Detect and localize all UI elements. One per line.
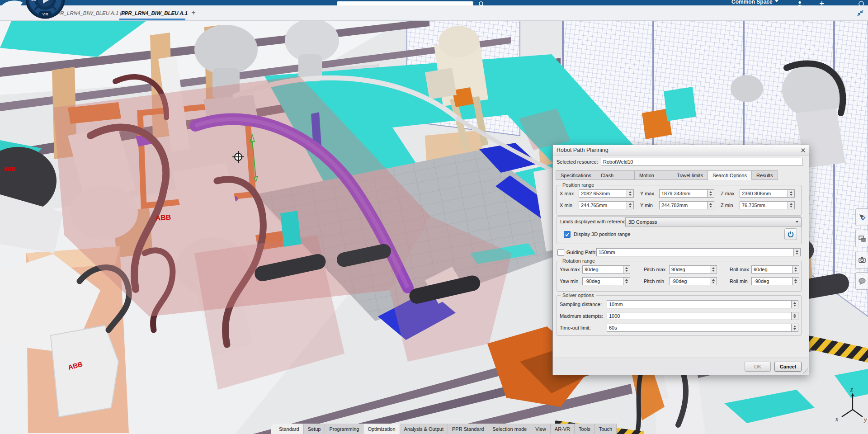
3ds-logo [1, 0, 25, 5]
robot-path-planning-dialog: Robot Path Planning Selected resource: S… [552, 145, 809, 375]
ribbon-tab-view[interactable]: View [531, 424, 551, 434]
resize-grip[interactable] [802, 368, 808, 374]
close-icon[interactable] [799, 147, 807, 154]
pitch-max-spinner[interactable] [710, 265, 717, 274]
guiding-path-input[interactable] [596, 248, 794, 256]
tab-specifications[interactable]: Specifications [556, 170, 596, 180]
active-tab-underline [119, 19, 185, 20]
yaw-max-input[interactable] [582, 265, 623, 274]
timeout-limit-spinner[interactable] [792, 324, 798, 332]
z-min-spinner[interactable] [788, 201, 795, 209]
z-max-input[interactable] [740, 189, 788, 198]
display-3d-checkbox[interactable] [564, 231, 571, 238]
space-selector[interactable]: Common Space [731, 0, 778, 5]
x-max-label: X max [560, 191, 574, 196]
new-tab-button[interactable]: + [189, 8, 198, 18]
ribbon-tab-ppr-standard[interactable]: PPR Standard [448, 424, 488, 434]
roll-min-input[interactable] [751, 277, 793, 285]
maximum-attempts-spinner[interactable] [792, 312, 798, 320]
dialog-title: Robot Path Planning [557, 147, 609, 153]
ribbon-tab-programming[interactable]: Programming [325, 424, 363, 434]
power-icon [787, 231, 794, 238]
avatar[interactable] [858, 1, 864, 5]
z-max-label: Z max [721, 191, 735, 196]
snap-view-tool[interactable] [855, 230, 868, 247]
pitch-min-input[interactable] [669, 277, 710, 285]
ribbon-tab-ar-vr[interactable]: AR-VR [551, 424, 575, 434]
z-min-input[interactable] [740, 201, 788, 209]
tab-clash[interactable]: Clash [596, 170, 635, 180]
doc-tab-label: PPR_LRN4_BIW_BLEU A.1 [121, 10, 188, 16]
search-input[interactable] [337, 1, 473, 5]
tab-search-options[interactable]: Search Options [708, 170, 752, 180]
ribbon-tab-analysis-output[interactable]: Analysis & Output [400, 424, 448, 434]
x-min-spinner[interactable] [627, 201, 634, 209]
y-max-spinner[interactable] [708, 189, 714, 198]
limits-reference-select[interactable]: 3D Compass [625, 217, 802, 226]
guiding-path-checkbox[interactable] [557, 249, 564, 256]
axis-y-label: y [863, 416, 867, 423]
cancel-button[interactable]: Cancel [774, 362, 802, 372]
z-max-spinner[interactable] [788, 189, 795, 198]
limits-reference-value: 3D Compass [628, 219, 657, 225]
search-icon[interactable] [478, 1, 485, 5]
yaw-max-spinner[interactable] [623, 265, 630, 274]
ribbon-tab-setup[interactable]: Setup [304, 424, 326, 434]
camera-icon [858, 256, 866, 264]
power-toggle-button[interactable] [784, 228, 797, 240]
x-min-label: X min [560, 203, 572, 208]
position-range-group: Position range X max X min Y max Y min Z… [557, 185, 802, 216]
ribbon-tab-optimization[interactable]: Optimization [363, 424, 400, 434]
space-selector-label: Common Space [731, 0, 773, 5]
tab-motion[interactable]: Motion [635, 170, 672, 180]
z-min-label: Z min [721, 203, 733, 208]
pitch-max-input[interactable] [669, 265, 710, 274]
ok-button[interactable]: OK [745, 362, 771, 372]
ribbon-tab-selection-mode[interactable]: Selection mode [488, 424, 531, 434]
tab-results[interactable]: Results [752, 170, 778, 180]
compass-3d-label: 3D [31, 0, 37, 2]
compass-vr-label: V.R [42, 12, 48, 16]
speech-bubble-icon [858, 277, 866, 285]
add-icon[interactable] [819, 1, 825, 5]
roll-max-input[interactable] [751, 265, 793, 274]
roll-max-spinner[interactable] [793, 265, 799, 274]
sampling-distance-spinner[interactable] [792, 300, 798, 308]
ribbon-tab-standard[interactable]: Standard [275, 424, 304, 434]
x-max-spinner[interactable] [627, 189, 634, 198]
roll-min-spinner[interactable] [793, 277, 799, 285]
sampling-distance-input[interactable] [607, 300, 792, 308]
x-max-input[interactable] [579, 189, 627, 198]
sampling-distance-label: Sampling distance: [560, 302, 602, 307]
yaw-min-input[interactable] [582, 277, 623, 285]
yaw-min-spinner[interactable] [623, 277, 630, 285]
selected-resource-label: Selected resource: [557, 159, 598, 165]
chevron-down-icon [775, 0, 778, 4]
application-window: { "colors": { "topbar_blue": "#16568c", … [0, 0, 868, 434]
tab-travel-limits[interactable]: Travel limits [672, 170, 708, 180]
guiding-path-label: Guiding Path: [566, 250, 597, 255]
pitch-min-spinner[interactable] [710, 277, 717, 285]
y-min-spinner[interactable] [708, 201, 714, 209]
selected-resource-input[interactable] [601, 158, 802, 166]
3d-compass-widget[interactable]: 3D V.R [25, 0, 65, 19]
timeout-limit-input[interactable] [607, 324, 792, 332]
axis-z-label: z [850, 386, 853, 393]
position-range-legend: Position range [561, 182, 596, 188]
workbench-tab-bar: Standard Setup Programming Optimization … [275, 424, 617, 434]
y-min-input[interactable] [659, 201, 708, 209]
dialog-tab-bar: Specifications Clash Motion Travel limit… [556, 170, 778, 180]
snap-view-icon [858, 235, 866, 243]
select-validate-tool[interactable] [855, 208, 868, 226]
maximum-attempts-input[interactable] [607, 312, 792, 320]
capture-tool[interactable] [855, 251, 868, 269]
x-min-input[interactable] [579, 201, 627, 209]
guiding-path-spinner[interactable] [794, 248, 801, 256]
ribbon-tab-tools[interactable]: Tools [575, 424, 595, 434]
y-max-input[interactable] [659, 189, 708, 198]
user-icon[interactable] [797, 1, 803, 5]
comment-tool[interactable] [855, 272, 868, 290]
ribbon-tab-touch[interactable]: Touch [595, 424, 617, 434]
dialog-title-bar[interactable]: Robot Path Planning [553, 145, 809, 156]
collapse-window-icon[interactable] [856, 9, 865, 18]
